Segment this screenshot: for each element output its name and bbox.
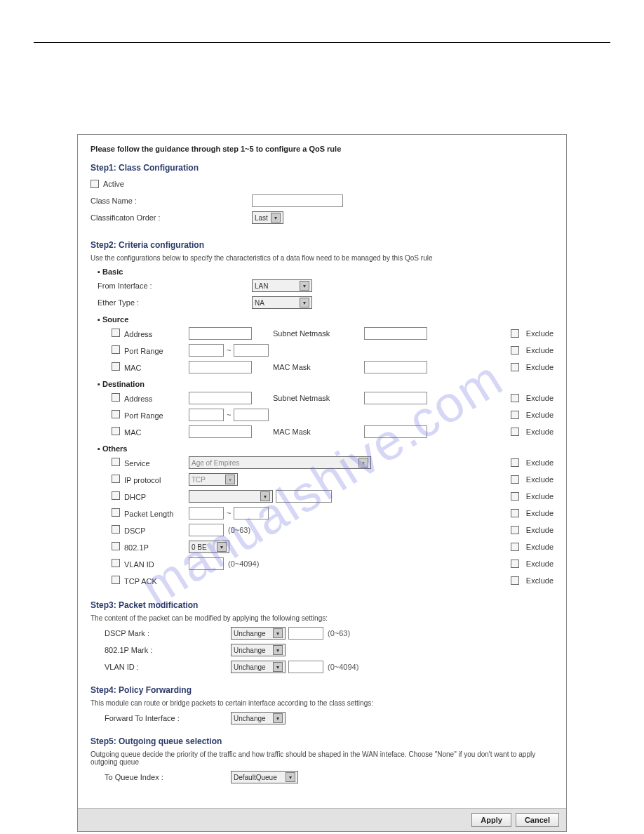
classname-input[interactable] xyxy=(252,194,343,207)
chevron-down-icon: ▾ xyxy=(273,713,283,723)
order-select[interactable]: Last ▾ xyxy=(252,211,283,224)
dhcp-input[interactable] xyxy=(276,490,332,503)
8021p-select[interactable]: 0 BE ▾ xyxy=(189,541,229,553)
dhcp-select[interactable]: ▾ xyxy=(189,490,273,503)
dst-mac-checkbox[interactable] xyxy=(112,427,120,435)
dst-mac-exclude-checkbox[interactable] xyxy=(511,428,519,436)
ipprotocol-select[interactable]: TCP ▾ xyxy=(189,473,238,486)
src-address-checkbox[interactable] xyxy=(112,329,120,337)
step3-title: Step3: Packet modification xyxy=(90,600,554,610)
dscpmark-input[interactable] xyxy=(288,627,323,640)
dscpmark-range: (0~63) xyxy=(328,629,350,637)
src-mac-exclude-checkbox[interactable] xyxy=(511,363,519,371)
src-address-exclude-checkbox[interactable] xyxy=(511,329,519,338)
dst-portrange-label: Port Range xyxy=(124,411,163,420)
dst-address-input[interactable] xyxy=(189,392,252,404)
service-select[interactable]: Age of Empires ▾ xyxy=(189,456,371,469)
active-checkbox[interactable] xyxy=(90,180,99,188)
dscpmark-select[interactable]: Unchange ▾ xyxy=(231,627,286,640)
tcpack-checkbox[interactable] xyxy=(112,576,120,584)
vlanidmark-value: Unchange xyxy=(234,663,266,671)
classname-label: Class Name : xyxy=(90,197,252,205)
dst-macmask-input[interactable] xyxy=(364,425,427,438)
service-exclude-checkbox[interactable] xyxy=(511,458,519,467)
toqueue-select[interactable]: DefaultQueue ▾ xyxy=(231,771,298,783)
dst-address-label: Address xyxy=(124,395,152,403)
forwardto-value: Unchange xyxy=(234,715,266,722)
exclude-label: Exclude xyxy=(526,458,554,467)
others-subhead: ▪ Others xyxy=(98,444,554,453)
dst-address-checkbox[interactable] xyxy=(112,393,120,402)
ipprotocol-checkbox[interactable] xyxy=(112,475,120,483)
dst-port-exclude-checkbox[interactable] xyxy=(511,411,519,419)
chevron-down-icon: ▾ xyxy=(300,298,309,307)
toqueue-label: To Queue Index : xyxy=(90,773,231,781)
exclude-label: Exclude xyxy=(526,329,554,338)
dscp-checkbox[interactable] xyxy=(112,525,120,534)
8021p-label: 802.1P xyxy=(124,543,149,552)
8021pmark-select[interactable]: Unchange ▾ xyxy=(231,644,286,656)
src-macmask-input[interactable] xyxy=(364,361,427,373)
cancel-button[interactable]: Cancel xyxy=(516,813,559,827)
dhcp-label: DHCP xyxy=(124,493,146,501)
dscp-input[interactable] xyxy=(189,524,224,536)
exclude-label: Exclude xyxy=(526,543,554,551)
vlanidmark-select[interactable]: Unchange ▾ xyxy=(231,661,286,673)
src-portrange-checkbox[interactable] xyxy=(112,345,120,354)
packetlength-checkbox[interactable] xyxy=(112,508,120,517)
src-mac-input[interactable] xyxy=(189,361,252,373)
dst-port-from[interactable] xyxy=(189,409,224,421)
dst-port-to[interactable] xyxy=(234,409,269,421)
8021p-exclude-checkbox[interactable] xyxy=(511,543,519,551)
forwardto-label: Forward To Interface : xyxy=(90,714,231,722)
step1-title: Step1: Class Configuration xyxy=(90,163,554,173)
exclude-label: Exclude xyxy=(526,363,554,371)
dhcp-exclude-checkbox[interactable] xyxy=(511,492,519,501)
src-subnet-input[interactable] xyxy=(364,327,427,340)
step4-title: Step4: Policy Forwarding xyxy=(90,685,554,695)
vlanid-checkbox[interactable] xyxy=(112,559,120,567)
range-dash: ~ xyxy=(224,509,234,517)
step2-title: Step2: Criteria configuration xyxy=(90,240,554,250)
dhcp-checkbox[interactable] xyxy=(112,491,120,500)
packetlength-to[interactable] xyxy=(234,507,269,519)
src-port-to[interactable] xyxy=(234,344,269,357)
dst-subnet-input[interactable] xyxy=(364,392,427,404)
vlanid-exclude-checkbox[interactable] xyxy=(511,560,519,568)
step5-title: Step5: Outgoing queue selection xyxy=(90,736,554,746)
ethertype-select[interactable]: NA ▾ xyxy=(252,296,312,309)
toqueue-value: DefaultQueue xyxy=(234,774,277,781)
dscp-exclude-checkbox[interactable] xyxy=(511,526,519,534)
ethertype-value: NA xyxy=(255,299,264,307)
8021p-checkbox[interactable] xyxy=(112,542,120,550)
chevron-down-icon: ▾ xyxy=(286,772,295,782)
dst-mac-input[interactable] xyxy=(189,425,252,438)
service-checkbox[interactable] xyxy=(112,458,120,466)
src-portrange-label: Port Range xyxy=(124,347,163,355)
source-subhead: ▪ Source xyxy=(98,315,554,324)
dst-address-exclude-checkbox[interactable] xyxy=(511,394,519,402)
exclude-label: Exclude xyxy=(526,475,554,484)
exclude-label: Exclude xyxy=(526,560,554,568)
frominterface-select[interactable]: LAN ▾ xyxy=(252,279,312,292)
src-port-exclude-checkbox[interactable] xyxy=(511,346,519,355)
src-mac-label: MAC xyxy=(124,364,141,372)
tcpack-label: TCP ACK xyxy=(124,577,157,585)
intro-text: Please follow the guidance through step … xyxy=(90,145,554,153)
vlanid-input[interactable] xyxy=(189,557,224,570)
apply-button[interactable]: Apply xyxy=(471,813,511,827)
packetlength-exclude-checkbox[interactable] xyxy=(511,509,519,517)
qos-rule-panel: manualshive.com Please follow the guidan… xyxy=(77,134,567,832)
ipprotocol-exclude-checkbox[interactable] xyxy=(511,475,519,484)
dst-macmask-label: MAC Mask xyxy=(273,428,364,436)
forwardto-select[interactable]: Unchange ▾ xyxy=(231,712,286,724)
src-address-input[interactable] xyxy=(189,327,252,340)
vlanidmark-input[interactable] xyxy=(288,661,323,673)
tcpack-exclude-checkbox[interactable] xyxy=(511,576,519,585)
packetlength-from[interactable] xyxy=(189,507,224,519)
page-top-rule xyxy=(34,42,610,43)
src-port-from[interactable] xyxy=(189,344,224,357)
src-mac-checkbox[interactable] xyxy=(112,362,120,371)
dst-portrange-checkbox[interactable] xyxy=(112,410,120,418)
src-address-label: Address xyxy=(124,330,152,338)
